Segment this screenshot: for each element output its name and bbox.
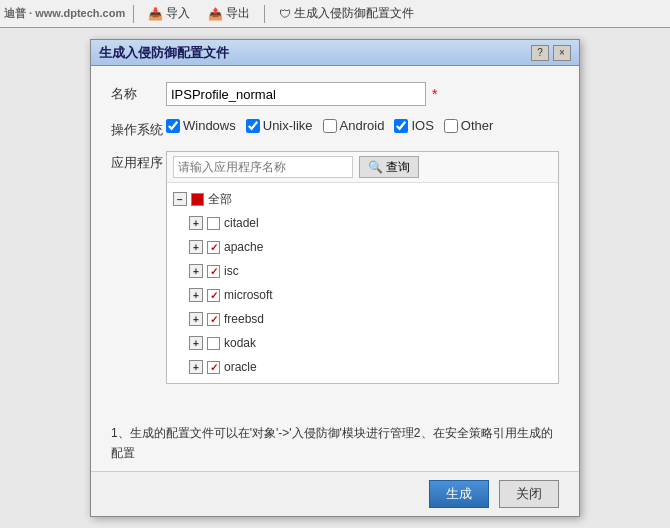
expand-freebsd[interactable]: + <box>189 312 203 326</box>
separator-1 <box>133 5 134 23</box>
app-name-oracle: oracle <box>224 360 257 374</box>
list-item-all: − 全部 <box>167 187 558 211</box>
generate-config-dialog: 生成入侵防御配置文件 ? × 名称 * 操作系统 <box>90 39 580 516</box>
import-icon: 📥 <box>148 7 163 21</box>
checkbox-isc[interactable] <box>207 265 220 278</box>
main-toolbar: 迪普 · www.dptech.com 📥 导入 📤 导出 🛡 生成入侵防御配置… <box>0 0 670 28</box>
close-button[interactable]: × <box>553 45 571 61</box>
app-row: 应用程序 🔍 查询 <box>111 151 559 384</box>
list-item-citadel: + citadel <box>167 211 558 235</box>
dialog-title: 生成入侵防御配置文件 <box>99 44 229 62</box>
checkbox-all[interactable] <box>191 193 204 206</box>
app-name-citadel: citadel <box>224 216 259 230</box>
footer-note: 1、生成的配置文件可以在'对象'->'入侵防御'模块进行管理2、在安全策略引用生… <box>91 412 579 470</box>
app-field: 🔍 查询 − 全部 <box>166 151 559 384</box>
expand-apache[interactable]: + <box>189 240 203 254</box>
separator-2 <box>264 5 265 23</box>
checkbox-apache[interactable] <box>207 241 220 254</box>
app-label: 应用程序 <box>111 151 166 172</box>
required-indicator: * <box>432 86 437 102</box>
expand-isc[interactable]: + <box>189 264 203 278</box>
os-other-checkbox[interactable] <box>444 119 458 133</box>
list-item-apache: + apache <box>167 235 558 259</box>
os-unixlike[interactable]: Unix-like <box>246 118 313 133</box>
os-ios[interactable]: IOS <box>394 118 433 133</box>
os-android-checkbox[interactable] <box>323 119 337 133</box>
app-name-all: 全部 <box>208 191 232 208</box>
export-icon: 📤 <box>208 7 223 21</box>
dialog-close-button[interactable]: 关闭 <box>499 480 559 508</box>
generate-button[interactable]: 生成 <box>429 480 489 508</box>
checkbox-citadel[interactable] <box>207 217 220 230</box>
logo-text: 迪普 · www.dptech.com <box>4 6 125 21</box>
os-windows-checkbox[interactable] <box>166 119 180 133</box>
name-row: 名称 * <box>111 82 559 106</box>
app-search-bar: 🔍 查询 <box>167 152 558 183</box>
page-background: 生成入侵防御配置文件 ? × 名称 * 操作系统 <box>0 28 670 528</box>
expand-all[interactable]: − <box>173 192 187 206</box>
app-name-freebsd: freebsd <box>224 312 264 326</box>
os-options: Windows Unix-like Android IOS <box>166 118 559 133</box>
name-label: 名称 <box>111 82 166 103</box>
name-field-wrap: * <box>166 82 559 106</box>
import-button[interactable]: 📥 导入 <box>142 3 196 24</box>
expand-citadel[interactable]: + <box>189 216 203 230</box>
app-list[interactable]: − 全部 + citadel <box>167 183 558 383</box>
help-button[interactable]: ? <box>531 45 549 61</box>
app-name-microsoft: microsoft <box>224 288 273 302</box>
os-unixlike-checkbox[interactable] <box>246 119 260 133</box>
os-row: 操作系统 Windows Unix-like Android <box>111 118 559 139</box>
checkbox-microsoft[interactable] <box>207 289 220 302</box>
app-search-input[interactable] <box>173 156 353 178</box>
list-item-microsoft: + microsoft <box>167 283 558 307</box>
app-container: 🔍 查询 − 全部 <box>166 151 559 384</box>
search-icon: 🔍 <box>368 160 383 174</box>
os-label: 操作系统 <box>111 118 166 139</box>
expand-oracle[interactable]: + <box>189 360 203 374</box>
dialog-bottom-bar: 生成 关闭 <box>91 471 579 516</box>
checkbox-kodak[interactable] <box>207 337 220 350</box>
list-item-kodak: + kodak <box>167 331 558 355</box>
name-input[interactable] <box>166 82 426 106</box>
expand-kodak[interactable]: + <box>189 336 203 350</box>
os-android[interactable]: Android <box>323 118 385 133</box>
list-item-oracle: + oracle <box>167 355 558 379</box>
app-name-kodak: kodak <box>224 336 256 350</box>
list-item-freebsd: + freebsd <box>167 307 558 331</box>
generate-icon: 🛡 <box>279 7 291 21</box>
dialog-titlebar: 生成入侵防御配置文件 ? × <box>91 40 579 66</box>
app-name-apache: apache <box>224 240 263 254</box>
os-windows[interactable]: Windows <box>166 118 236 133</box>
checkbox-oracle[interactable] <box>207 361 220 374</box>
os-other[interactable]: Other <box>444 118 494 133</box>
expand-microsoft[interactable]: + <box>189 288 203 302</box>
app-name-isc: isc <box>224 264 239 278</box>
app-search-button[interactable]: 🔍 查询 <box>359 156 419 178</box>
list-item-isc: + isc <box>167 259 558 283</box>
checkbox-freebsd[interactable] <box>207 313 220 326</box>
dialog-content: 名称 * 操作系统 Windows Unix-like <box>91 66 579 412</box>
export-button[interactable]: 📤 导出 <box>202 3 256 24</box>
generate-config-button[interactable]: 🛡 生成入侵防御配置文件 <box>273 3 420 24</box>
dialog-controls: ? × <box>531 45 571 61</box>
os-ios-checkbox[interactable] <box>394 119 408 133</box>
